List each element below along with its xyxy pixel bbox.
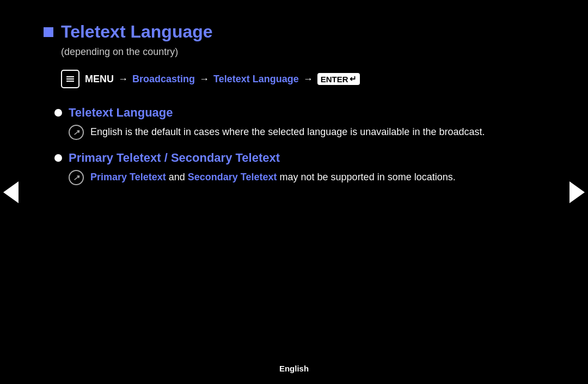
main-content: Teletext Language (depending on the coun… — [0, 0, 534, 218]
nav-right-arrow[interactable] — [566, 176, 588, 209]
breadcrumb-arrow-2: → — [199, 74, 209, 85]
breadcrumb-menu-label: MENU — [85, 74, 114, 85]
bullet-icon — [54, 109, 62, 117]
page-title: Teletext Language — [61, 22, 213, 42]
breadcrumb-teletext-language: Teletext Language — [213, 74, 299, 85]
right-arrow-icon — [569, 181, 585, 203]
note-icon-2: ↗ — [69, 170, 84, 185]
page-subtitle: (depending on the country) — [61, 46, 490, 58]
nav-left-arrow[interactable] — [0, 176, 22, 209]
breadcrumb-arrow-3: → — [303, 74, 313, 85]
enter-return-icon: ↵ — [350, 74, 357, 84]
breadcrumb: MENU → Broadcasting → Teletext Language … — [61, 70, 490, 88]
breadcrumb-broadcasting: Broadcasting — [132, 74, 195, 85]
secondary-teletext-highlight: Secondary Teletext — [188, 172, 277, 182]
left-arrow-icon — [3, 181, 19, 203]
section-2-note-row: ↗ Primary Teletext and Secondary Teletex… — [69, 169, 490, 185]
section-2-heading-row: Primary Teletext / Secondary Teletext — [54, 151, 490, 165]
bottom-language-label: English — [279, 364, 309, 373]
section-2-note-middle: and — [166, 172, 188, 182]
note-icon-1: ↗ — [69, 125, 84, 140]
enter-label: ENTER — [321, 75, 348, 84]
section-2-note-suffix: may not be supported in some locations. — [277, 172, 456, 182]
list-item: Primary Teletext / Secondary Teletext ↗ … — [54, 151, 490, 185]
section-1-note-row: ↗ English is the default in cases where … — [69, 124, 490, 140]
title-square-icon — [44, 27, 53, 37]
section-1-heading: Teletext Language — [69, 106, 173, 120]
section-1-heading-row: Teletext Language — [54, 106, 490, 120]
page-title-row: Teletext Language — [44, 22, 490, 42]
primary-teletext-highlight: Primary Teletext — [90, 172, 166, 182]
section-2-heading: Primary Teletext / Secondary Teletext — [69, 151, 280, 165]
section-2-note: Primary Teletext and Secondary Teletext … — [90, 169, 456, 185]
menu-icon — [61, 70, 79, 88]
breadcrumb-arrow-1: → — [118, 74, 128, 85]
section-list: Teletext Language ↗ English is the defau… — [54, 106, 490, 185]
enter-icon: ENTER ↵ — [317, 73, 360, 85]
bullet-icon — [54, 154, 62, 162]
list-item: Teletext Language ↗ English is the defau… — [54, 106, 490, 140]
section-1-note: English is the default in cases where th… — [90, 124, 485, 140]
